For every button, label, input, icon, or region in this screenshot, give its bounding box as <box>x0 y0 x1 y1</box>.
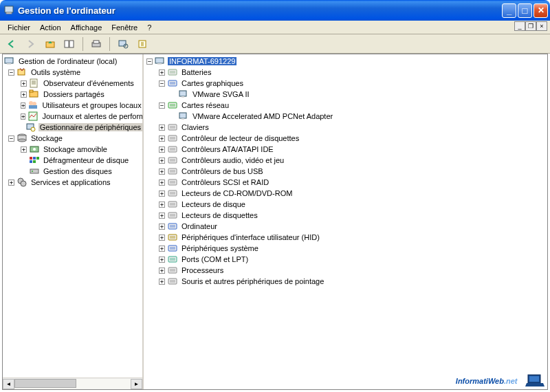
menu-fenetre[interactable]: Fenêtre <box>107 22 142 33</box>
device-category[interactable]: +Souris et autres périphériques de point… <box>144 276 547 287</box>
device-category[interactable]: +Contrôleurs SCSI et RAID <box>144 177 547 188</box>
device-category[interactable]: +Contrôleurs de bus USB <box>144 166 547 177</box>
device-category[interactable]: −Cartes réseau <box>144 100 547 111</box>
print-button[interactable] <box>89 36 104 52</box>
collapse-icon[interactable]: − <box>159 80 165 87</box>
horizontal-scrollbar[interactable]: ◄ ► <box>3 378 142 389</box>
scroll-track[interactable] <box>14 379 131 389</box>
device-category[interactable]: +Lecteurs de disque <box>144 199 547 210</box>
mdi-restore-button[interactable]: ❐ <box>525 21 536 31</box>
scroll-left-button[interactable]: ◄ <box>3 379 14 389</box>
expand-icon[interactable]: + <box>159 124 165 131</box>
collapse-icon[interactable]: − <box>8 69 14 76</box>
expand-icon[interactable]: + <box>8 179 14 186</box>
forward-button[interactable] <box>23 36 38 52</box>
device-category[interactable]: +Périphériques système <box>144 243 547 254</box>
svg-rect-51 <box>170 137 175 140</box>
expand-icon[interactable]: + <box>159 224 165 230</box>
expand-icon[interactable]: + <box>159 257 165 263</box>
expand-icon[interactable]: + <box>159 190 165 197</box>
tree-root-label: Gestion de l'ordinateur (local) <box>17 57 118 65</box>
device-category[interactable]: +Ordinateur <box>144 221 547 232</box>
svg-point-21 <box>31 127 35 131</box>
expand-icon[interactable]: + <box>159 213 165 219</box>
expand-icon[interactable]: + <box>21 113 25 120</box>
expand-icon[interactable]: + <box>159 69 165 76</box>
refresh-button[interactable] <box>135 36 150 52</box>
tree-node-defrag[interactable]: Défragmenteur de disque <box>3 155 142 166</box>
tree-root[interactable]: Gestion de l'ordinateur (local) <box>3 56 142 67</box>
svg-rect-77 <box>170 280 175 283</box>
tree-node-users[interactable]: + Utilisateurs et groupes locaux <box>3 100 142 111</box>
expand-icon[interactable]: + <box>21 102 25 109</box>
tree-node-perf[interactable]: + Journaux et alertes de performances <box>3 111 142 122</box>
device-item[interactable]: VMware Accelerated AMD PCNet Adapter <box>144 111 547 122</box>
up-button[interactable] <box>43 36 58 52</box>
tree-node-events[interactable]: + Observateur d'événements <box>3 78 142 89</box>
svg-rect-65 <box>170 214 175 217</box>
device-item-label: VMware SVGA II <box>191 90 251 98</box>
collapse-icon[interactable]: − <box>159 102 165 109</box>
device-item[interactable]: VMware SVGA II <box>144 89 547 100</box>
collapse-icon[interactable]: − <box>8 135 14 142</box>
svg-rect-32 <box>30 169 38 173</box>
expand-icon[interactable]: + <box>159 135 165 142</box>
expand-icon[interactable]: + <box>159 246 165 252</box>
minimize-button[interactable]: _ <box>502 3 516 18</box>
device-category[interactable]: +Contrôleur de lecteur de disquettes <box>144 133 547 144</box>
device-category[interactable]: +Lecteurs de disquettes <box>144 210 547 221</box>
mdi-minimize-button[interactable]: _ <box>514 21 525 31</box>
tree-node-devmgr[interactable]: Gestionnaire de périphériques <box>3 122 142 133</box>
tree-node-services[interactable]: + Services et applications <box>3 177 142 188</box>
tree-node-diskmgmt[interactable]: Gestion des disques <box>3 166 142 177</box>
svg-rect-79 <box>529 376 539 382</box>
menu-fichier[interactable]: Fichier <box>3 22 35 33</box>
svg-rect-10 <box>5 58 13 63</box>
svg-rect-42 <box>179 91 186 96</box>
device-category[interactable]: +Contrôleurs ATA/ATAPI IDE <box>144 144 547 155</box>
collapse-icon[interactable]: − <box>146 58 153 65</box>
mdi-close-button[interactable]: × <box>536 21 547 31</box>
expand-icon[interactable]: + <box>159 202 165 208</box>
expand-icon[interactable]: + <box>159 168 165 175</box>
expand-icon[interactable]: + <box>159 157 165 164</box>
toolbar-separator <box>82 37 83 51</box>
device-category[interactable]: +Batteries <box>144 67 547 78</box>
show-hide-button[interactable] <box>62 36 77 52</box>
device-category[interactable]: +Contrôleurs audio, vidéo et jeu <box>144 155 547 166</box>
tree-node-stockage[interactable]: − Stockage <box>3 133 142 144</box>
device-category-label: Ports (COM et LPT) <box>180 255 250 263</box>
scroll-thumb[interactable] <box>14 379 76 388</box>
device-category[interactable]: +Processeurs <box>144 265 547 276</box>
maximize-button[interactable]: □ <box>518 3 532 18</box>
tree-node-shared[interactable]: + Dossiers partagés <box>3 89 142 100</box>
scan-button[interactable] <box>116 36 131 52</box>
device-category[interactable]: +Périphériques d'interface utilisateur (… <box>144 232 547 243</box>
close-button[interactable]: ✕ <box>534 3 548 18</box>
menu-help[interactable]: ? <box>142 22 156 33</box>
expand-icon[interactable]: + <box>159 279 165 285</box>
device-category[interactable]: +Lecteurs de CD-ROM/DVD-ROM <box>144 188 547 199</box>
watermark-text-a: Informati <box>456 377 488 385</box>
expand-icon[interactable]: + <box>21 146 27 153</box>
expand-icon[interactable]: + <box>159 179 165 186</box>
back-button[interactable] <box>4 36 19 52</box>
folder-icon <box>29 89 40 100</box>
svg-rect-61 <box>170 192 175 195</box>
menu-affichage[interactable]: Affichage <box>66 22 107 33</box>
toolbar-separator-2 <box>109 37 110 51</box>
tree-node-outils[interactable]: − Outils système <box>3 67 142 78</box>
expand-icon[interactable]: + <box>159 235 165 241</box>
device-category[interactable]: +Ports (COM et LPT) <box>144 254 547 265</box>
expand-icon[interactable]: + <box>159 146 165 153</box>
device-root[interactable]: − INFORMAT-691229 <box>144 56 547 67</box>
tree-node-removable[interactable]: + Stockage amovible <box>3 144 142 155</box>
expand-icon[interactable]: + <box>21 80 27 87</box>
scroll-right-button[interactable]: ► <box>131 379 142 389</box>
device-category[interactable]: −Cartes graphiques <box>144 78 547 89</box>
tree-label: Journaux et alertes de performances <box>41 112 142 120</box>
device-category[interactable]: +Claviers <box>144 122 547 133</box>
expand-icon[interactable]: + <box>159 268 165 274</box>
expand-icon[interactable]: + <box>21 91 27 98</box>
menu-action[interactable]: Action <box>35 22 66 33</box>
